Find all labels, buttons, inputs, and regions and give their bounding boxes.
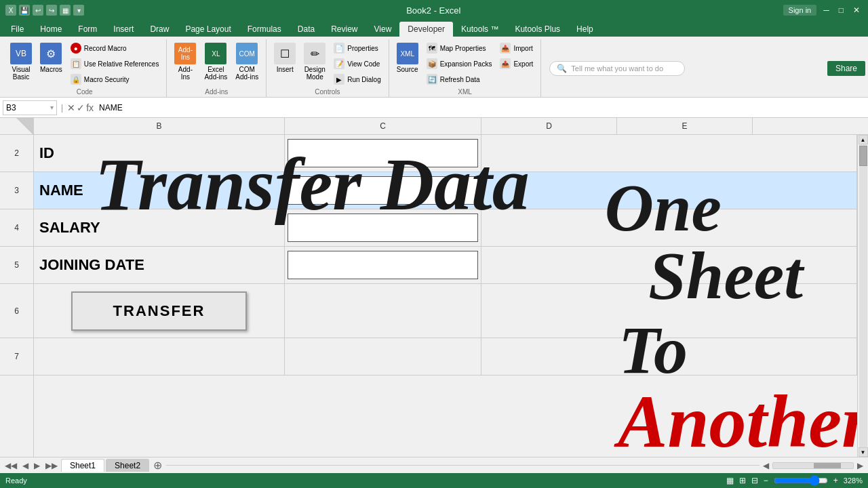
undo-icon[interactable]: ↩ xyxy=(33,5,43,16)
sheet-nav-right-button[interactable]: ▶▶ xyxy=(43,461,60,470)
cell-d3[interactable] xyxy=(481,172,857,209)
scroll-thumb[interactable] xyxy=(859,146,867,166)
hscroll-right-button[interactable]: ▶ xyxy=(855,461,865,470)
addins-button[interactable]: Add-Ins Add-Ins xyxy=(171,41,199,83)
tab-review[interactable]: Review xyxy=(323,22,366,37)
hscroll-thumb[interactable] xyxy=(814,463,841,468)
signin-button[interactable]: Sign in xyxy=(783,5,817,16)
properties-icon: 📄 xyxy=(334,43,344,54)
minimize-button[interactable]: ─ xyxy=(821,5,832,15)
tab-help[interactable]: Help xyxy=(568,22,601,37)
tab-formulas[interactable]: Formulas xyxy=(239,22,290,37)
input-name[interactable] xyxy=(288,176,478,205)
relative-references-button[interactable]: 📋 Use Relative References xyxy=(67,56,163,71)
tab-form[interactable]: Form xyxy=(70,22,105,37)
namebox-dropdown[interactable]: ▾ xyxy=(50,104,54,111)
excel-addins-button[interactable]: XL ExcelAdd-ins xyxy=(201,41,231,83)
record-macro-button[interactable]: ● Record Macro xyxy=(67,41,163,56)
source-button[interactable]: XML Source xyxy=(393,41,422,75)
cell-d2[interactable] xyxy=(481,135,857,171)
customize-icon[interactable]: ▾ xyxy=(73,5,84,16)
hscroll-left-button[interactable]: ◀ xyxy=(761,461,771,470)
cell-c7[interactable] xyxy=(285,338,481,375)
cell-b2[interactable]: ID xyxy=(34,135,285,171)
formula-input[interactable] xyxy=(96,103,865,113)
cell-d4[interactable] xyxy=(481,209,857,246)
hscroll-track[interactable] xyxy=(772,462,854,469)
sheet-nav-left-button[interactable]: ◀◀ xyxy=(3,461,19,470)
cell-c4[interactable] xyxy=(285,209,481,246)
save-icon[interactable]: 💾 xyxy=(19,5,30,16)
input-salary[interactable] xyxy=(288,214,478,242)
cell-d6[interactable] xyxy=(481,284,857,338)
page-layout-view-button[interactable]: ⊞ xyxy=(739,476,746,485)
accept-formula-button[interactable]: ✓ xyxy=(77,102,85,113)
cell-c6[interactable] xyxy=(285,284,481,338)
tab-kutools-plus[interactable]: Kutools Plus xyxy=(507,22,568,37)
scroll-up-button[interactable]: ▲ xyxy=(859,135,868,144)
design-mode-button[interactable]: ✏ DesignMode xyxy=(300,41,329,83)
cell-b5[interactable]: JOINING DATE xyxy=(34,247,285,283)
insert-button[interactable]: ☐ Insert xyxy=(271,41,299,75)
share-button[interactable]: Share xyxy=(827,61,865,76)
tab-home[interactable]: Home xyxy=(32,22,70,37)
cancel-formula-button[interactable]: ✕ xyxy=(67,102,75,113)
scroll-down-button[interactable]: ▼ xyxy=(859,447,868,457)
vertical-scrollbar[interactable]: ▲ ▼ xyxy=(857,135,868,457)
expansion-packs-button[interactable]: 📦 Expansion Packs xyxy=(423,56,496,71)
input-id[interactable] xyxy=(288,139,478,167)
col-header-b[interactable]: B xyxy=(34,118,285,134)
tell-me-input-container[interactable]: 🔍 Tell me what you want to do xyxy=(549,61,685,76)
import-button[interactable]: 📥 Import xyxy=(496,41,536,56)
input-joining-date[interactable] xyxy=(288,251,478,279)
tab-insert[interactable]: Insert xyxy=(105,22,142,37)
col-header-d[interactable]: D xyxy=(481,118,617,134)
col-header-c[interactable]: C xyxy=(285,118,481,134)
cell-d7[interactable] xyxy=(481,338,857,375)
zoom-slider[interactable] xyxy=(774,475,828,486)
cell-b6[interactable]: TRANSFER xyxy=(34,284,285,338)
cell-b7[interactable] xyxy=(34,338,285,375)
map-properties-button[interactable]: 🗺 Map Properties xyxy=(423,41,496,56)
add-sheet-button[interactable]: ⊕ xyxy=(151,459,165,472)
tab-pagelayout[interactable]: Page Layout xyxy=(177,22,239,37)
tab-file[interactable]: File xyxy=(3,22,32,37)
close-button[interactable]: ✕ xyxy=(850,5,863,15)
cell-b3[interactable]: NAME xyxy=(34,172,285,209)
export-button[interactable]: 📤 Export xyxy=(496,56,536,71)
zoom-out-button[interactable]: − xyxy=(764,476,768,485)
sheet-nav-prev-button[interactable]: ◀ xyxy=(20,461,31,470)
macros-button[interactable]: ⚙ Macros xyxy=(37,41,66,75)
cell-c2[interactable] xyxy=(285,135,481,171)
sheet-nav-next-button[interactable]: ▶ xyxy=(32,461,42,470)
properties-button[interactable]: 📄 Properties xyxy=(330,41,384,56)
tab-draw[interactable]: Draw xyxy=(142,22,177,37)
page-break-view-button[interactable]: ⊟ xyxy=(751,476,758,485)
tab-data[interactable]: Data xyxy=(290,22,323,37)
tab-developer[interactable]: Developer xyxy=(399,22,453,37)
restore-button[interactable]: □ xyxy=(836,5,846,15)
cell-d5[interactable] xyxy=(481,247,857,283)
tab-view[interactable]: View xyxy=(366,22,400,37)
run-dialog-button[interactable]: ▶ Run Dialog xyxy=(330,72,384,87)
scroll-track[interactable] xyxy=(859,144,867,447)
redo-icon[interactable]: ↪ xyxy=(46,5,57,16)
cell-b4[interactable]: SALARY xyxy=(34,209,285,246)
sheet-tab-1[interactable]: Sheet1 xyxy=(61,459,104,472)
zoom-in-button[interactable]: + xyxy=(833,476,838,485)
name-box[interactable]: B3 ▾ xyxy=(3,100,57,115)
view-code-button[interactable]: 📝 View Code xyxy=(330,56,384,71)
macro-security-button[interactable]: 🔒 Macro Security xyxy=(67,72,163,87)
insert-function-button[interactable]: fx xyxy=(86,102,94,113)
com-addins-button[interactable]: COM COMAdd-ins xyxy=(232,41,262,83)
sheet-tab-2[interactable]: Sheet2 xyxy=(106,459,149,472)
cell-c3[interactable] xyxy=(285,172,481,209)
normal-view-button[interactable]: ▦ xyxy=(726,476,734,485)
col-header-e[interactable]: E xyxy=(617,118,753,134)
transfer-button[interactable]: TRANSFER xyxy=(71,291,248,331)
visual-basic-button[interactable]: VB VisualBasic xyxy=(7,41,35,83)
refresh-data-button[interactable]: 🔄 Refresh Data xyxy=(423,72,496,87)
form-icon[interactable]: ▦ xyxy=(60,5,71,16)
tab-kutools[interactable]: Kutools ™ xyxy=(453,22,507,37)
cell-c5[interactable] xyxy=(285,247,481,283)
